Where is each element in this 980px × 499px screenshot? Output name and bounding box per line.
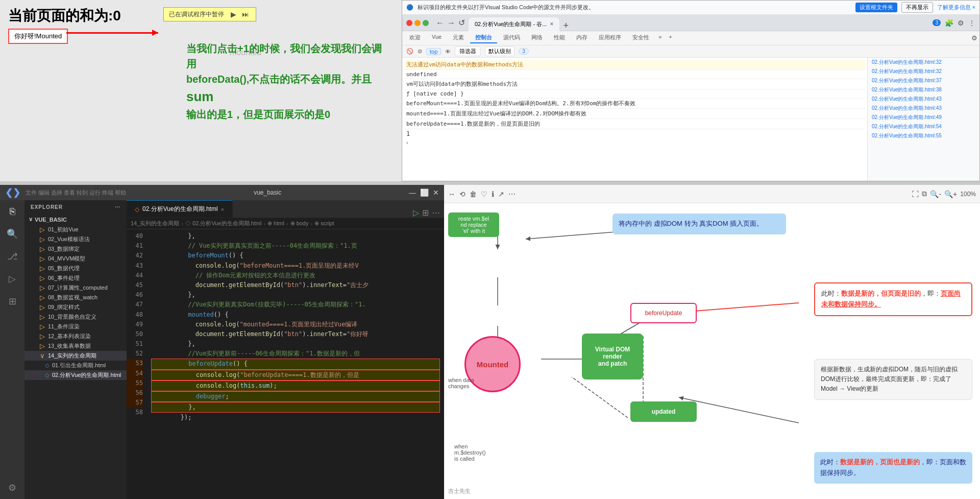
- toolbar-icon-4[interactable]: ♡: [481, 190, 487, 198]
- folder-02[interactable]: ▷ 02_Vue模板语法: [24, 234, 127, 244]
- close-icon[interactable]: [406, 20, 412, 26]
- sidebar-link-5[interactable]: 02.分析Vue的生命周期.html:43: [868, 94, 979, 104]
- folder-12[interactable]: ▷ 12_基本列表渲染: [24, 331, 127, 341]
- tab-vue[interactable]: Vue: [427, 33, 447, 43]
- folder-13[interactable]: ▷ 13_收集表单数据: [24, 341, 127, 351]
- tab-elements[interactable]: 元素: [448, 33, 469, 43]
- add-tab-icon[interactable]: +: [666, 33, 675, 43]
- tab-close-icon[interactable]: ×: [550, 20, 553, 28]
- sidebar-link-2[interactable]: 02.分析Vue的生命周期.html:32: [868, 67, 979, 76]
- folder-04[interactable]: ▷ 04_MVVM模型: [24, 254, 127, 264]
- fullscreen-icon[interactable]: ⛶: [912, 190, 919, 198]
- menu-file[interactable]: 文件 编辑 选择 查看 转到 运行 终端 帮助: [26, 189, 126, 197]
- block-icon[interactable]: ⊘: [418, 48, 422, 55]
- toolbar-icon-5[interactable]: ℹ: [492, 190, 494, 198]
- vscode-minimize[interactable]: —: [409, 188, 416, 197]
- tab-welcome[interactable]: 欢迎: [404, 33, 426, 43]
- vscode-close[interactable]: ✕: [433, 188, 439, 197]
- folder-07[interactable]: ▷ 07_计算属性_computed: [24, 283, 127, 293]
- tab-security[interactable]: 安全性: [627, 33, 654, 43]
- more-tabs-icon[interactable]: »: [655, 33, 665, 43]
- tab-memory[interactable]: 内存: [571, 33, 593, 43]
- toolbar-icon-7[interactable]: ⋯: [508, 190, 516, 198]
- mounted-button[interactable]: 你好呀!Mounted: [8, 29, 68, 44]
- minimize-icon[interactable]: [414, 20, 421, 26]
- sidebar-link-4[interactable]: 02.分析Vue的生命周期.html:38: [868, 85, 979, 94]
- tab-performance[interactable]: 性能: [549, 33, 570, 43]
- zoom-level: 100%: [960, 191, 976, 198]
- sidebar-link-7[interactable]: 02.分析Vue的生命周期.html:49: [868, 113, 979, 122]
- remote-icon[interactable]: ⚙: [5, 481, 19, 495]
- folder-03[interactable]: ▷ 03_数据绑定: [24, 244, 127, 254]
- vscode-restore[interactable]: ⬜: [420, 188, 429, 197]
- search-icon[interactable]: 🔍: [5, 227, 19, 241]
- toolbar-icon-3[interactable]: 🗑: [470, 190, 477, 198]
- sidebar-link-9[interactable]: 02.分析Vue的生命周期.html:55: [868, 131, 979, 140]
- sidebar-link-3[interactable]: 02.分析Vue的生命周期.html:37: [868, 76, 979, 85]
- back-button[interactable]: ←: [436, 18, 444, 28]
- zoom-in-icon[interactable]: 🔍+: [944, 190, 957, 198]
- toolbar-icon-6[interactable]: ↗: [498, 190, 504, 198]
- tab-application[interactable]: 应用程序: [594, 33, 626, 43]
- eye-icon[interactable]: 👁: [445, 49, 451, 55]
- folder-08[interactable]: ▷ 08_数据监视_watch: [24, 293, 127, 302]
- file-02-lifecycle[interactable]: ◇ 02.分析Vue的生命周期.html: [24, 370, 127, 380]
- toolbar-icon-1[interactable]: ↔: [448, 190, 455, 198]
- tab-network[interactable]: 网络: [526, 33, 548, 43]
- filter-input[interactable]: 筛选器: [455, 46, 481, 56]
- folder-09[interactable]: ▷ 09_绑定样式: [24, 302, 127, 312]
- tab-source[interactable]: 源代码: [498, 33, 525, 43]
- debug-continue[interactable]: ▶: [228, 9, 238, 19]
- editor-tabs: ◇ 02.分析Vue的生命周期.html × ▷ ⊞ ⋯: [127, 200, 444, 218]
- folder-05[interactable]: ▷ 05_数据代理: [24, 264, 127, 273]
- browser-window-controls[interactable]: [406, 20, 429, 26]
- extensions-icon[interactable]: ⊞: [5, 294, 19, 308]
- tab-console[interactable]: 控制台: [470, 33, 497, 43]
- folder-11[interactable]: ▷ 11_条件渲染: [24, 322, 127, 331]
- mounted-label: Mounted: [477, 360, 508, 369]
- copy-icon[interactable]: ⧉: [922, 189, 927, 198]
- sidebar-link-1[interactable]: 02.分析Vue的生命周期.html:32: [868, 58, 979, 67]
- debug-step[interactable]: ⏭: [240, 9, 251, 19]
- vscode-window-controls[interactable]: — ⬜ ✕: [409, 188, 439, 197]
- debug-icon[interactable]: ▷: [5, 272, 19, 286]
- clear-icon[interactable]: 🚫: [406, 48, 413, 55]
- more-info-link[interactable]: 了解更多信息 ×: [937, 4, 975, 11]
- sidebar-link-6[interactable]: 02.分析Vue的生命周期.html:43: [868, 104, 979, 113]
- maximize-icon[interactable]: [423, 20, 429, 26]
- explorer-icon[interactable]: ⎘: [5, 204, 19, 219]
- settings-gear-icon[interactable]: ⚙: [971, 34, 977, 42]
- more-icon[interactable]: ⋮: [968, 19, 975, 27]
- top-selector[interactable]: top: [426, 48, 441, 55]
- browser-active-tab[interactable]: 02.分析Vue的生命周期 - 谷... ×: [468, 17, 560, 31]
- code-content[interactable]: }, // Vue实列更新真实页面之前-----04生命周期探索："1.页 be…: [147, 229, 444, 499]
- git-icon[interactable]: ⎇: [5, 249, 19, 264]
- setup-folder-button[interactable]: 设置根文件夹: [855, 3, 897, 12]
- explorer-more-icon[interactable]: ⋯: [115, 204, 120, 210]
- no-show-button[interactable]: 不再显示: [901, 2, 933, 13]
- settings-icon[interactable]: ⚙: [958, 19, 964, 27]
- folder-01[interactable]: ▷ 01_初始Vue: [24, 225, 127, 234]
- run-button[interactable]: ▷: [413, 208, 419, 218]
- zoom-out-icon[interactable]: 🔍-: [930, 190, 941, 198]
- extensions-icon[interactable]: 🧩: [945, 19, 953, 27]
- code-55: console.log(this.sum);: [151, 381, 440, 391]
- folder-14[interactable]: ∨ 14_实列的生命周期: [24, 351, 127, 361]
- browser-right-controls[interactable]: 3 🧩 ⚙ ⋮: [933, 19, 975, 27]
- folder-10[interactable]: ▷ 10_背景颜色自定义: [24, 312, 127, 322]
- vue-basic-section[interactable]: ∨ VUE_BASIC: [24, 214, 127, 225]
- sidebar-link-8[interactable]: 02.分析Vue的生命周期.html:54: [868, 122, 979, 131]
- tab-close-btn[interactable]: ×: [221, 206, 224, 212]
- file-01-lifecycle[interactable]: ◇ 01.引出生命周期.html: [24, 361, 127, 370]
- default-level-select[interactable]: 默认级别: [485, 46, 514, 56]
- debug-controls[interactable]: ▶ ⏭: [228, 9, 251, 19]
- folder-06[interactable]: ▷ 06_事件处理: [24, 273, 127, 283]
- refresh-button[interactable]: ↺: [458, 18, 465, 28]
- editor-tab-active[interactable]: ◇ 02.分析Vue的生命周期.html ×: [127, 200, 233, 218]
- console-line-4: ƒ [native code] }: [404, 89, 865, 99]
- more-actions-icon[interactable]: ⋯: [432, 208, 440, 218]
- new-tab-icon[interactable]: +: [563, 20, 569, 31]
- split-editor-icon[interactable]: ⊞: [422, 208, 429, 218]
- toolbar-icon-2[interactable]: ⟲: [459, 190, 465, 198]
- forward-button[interactable]: →: [447, 18, 455, 28]
